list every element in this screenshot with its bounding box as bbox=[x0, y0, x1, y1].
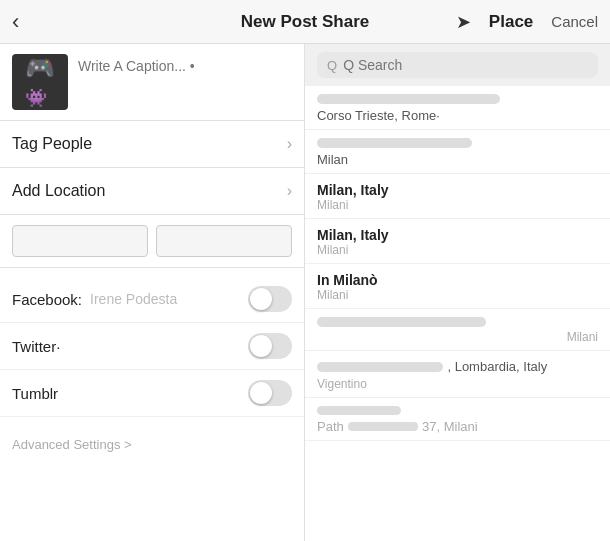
tag-people-chevron: › bbox=[287, 135, 292, 153]
list-item[interactable]: Milan bbox=[305, 130, 610, 174]
location-main-name: In Milanò bbox=[317, 272, 598, 288]
list-item[interactable]: Path 37, Milani bbox=[305, 398, 610, 441]
location-partial: , Lombardia, Italy bbox=[317, 359, 598, 374]
tumblr-toggle[interactable] bbox=[248, 380, 292, 406]
location-subname: Milani bbox=[317, 243, 598, 257]
location-gray-bar bbox=[317, 138, 472, 148]
page-title: New Post Share bbox=[241, 12, 370, 32]
back-icon[interactable]: ‹ bbox=[12, 11, 19, 33]
button-2[interactable] bbox=[156, 225, 292, 257]
add-location-label: Add Location bbox=[12, 182, 105, 200]
location-suffix: , Lombardia, Italy bbox=[447, 359, 547, 374]
list-item[interactable]: In Milanò Milani bbox=[305, 264, 610, 309]
tumblr-row: Tumblr bbox=[0, 370, 304, 417]
place-label: Place bbox=[489, 12, 533, 32]
left-panel: 🎮👾 Tag People › Add Location › Facebook: bbox=[0, 44, 305, 541]
gray-block bbox=[317, 406, 401, 415]
location-name: Milan bbox=[317, 152, 598, 167]
header-right: ➤ Place Cancel bbox=[456, 11, 598, 33]
list-item[interactable]: , Lombardia, Italy Vigentino bbox=[305, 351, 610, 398]
navigation-icon[interactable]: ➤ bbox=[456, 11, 471, 33]
tumblr-label: Tumblr bbox=[12, 385, 58, 402]
caption-input[interactable] bbox=[78, 54, 292, 74]
location-partial bbox=[317, 317, 598, 327]
location-main-name: Milan, Italy bbox=[317, 227, 598, 243]
location-partial: Path 37, Milani bbox=[317, 419, 598, 434]
facebook-left: Facebook: Irene Podesta bbox=[12, 291, 177, 308]
tumblr-toggle-knob bbox=[250, 382, 272, 404]
button-1[interactable] bbox=[12, 225, 148, 257]
advanced-settings-label: Advanced Settings > bbox=[12, 437, 132, 452]
location-subname: Vigentino bbox=[317, 377, 598, 391]
gray-block bbox=[317, 362, 443, 372]
location-main-name: Milan, Italy bbox=[317, 182, 598, 198]
list-item[interactable]: Milan, Italy Milani bbox=[305, 174, 610, 219]
location-subname: Milani bbox=[317, 288, 598, 302]
post-thumbnail: 🎮👾 bbox=[12, 54, 68, 110]
facebook-toggle[interactable] bbox=[248, 286, 292, 312]
path-label: Path bbox=[317, 419, 344, 434]
facebook-user: Irene Podesta bbox=[90, 291, 177, 307]
location-subname: Milani bbox=[317, 198, 598, 212]
list-item[interactable]: Corso Trieste, Rome· bbox=[305, 86, 610, 130]
main-content: 🎮👾 Tag People › Add Location › Facebook: bbox=[0, 44, 610, 541]
gray-block bbox=[317, 317, 486, 327]
facebook-toggle-knob bbox=[250, 288, 272, 310]
tag-people-label: Tag People bbox=[12, 135, 92, 153]
right-panel: Q Corso Trieste, Rome· Milan Milan, Ital… bbox=[305, 44, 610, 541]
add-location-item[interactable]: Add Location › bbox=[0, 168, 304, 215]
search-input-wrap[interactable]: Q bbox=[317, 52, 598, 78]
twitter-row: Twitter· bbox=[0, 323, 304, 370]
search-icon: Q bbox=[327, 58, 337, 73]
gray-block bbox=[348, 422, 418, 431]
tag-people-item[interactable]: Tag People › bbox=[0, 121, 304, 168]
list-item[interactable]: Milani bbox=[305, 309, 610, 351]
add-location-chevron: › bbox=[287, 182, 292, 200]
location-list: Corso Trieste, Rome· Milan Milan, Italy … bbox=[305, 86, 610, 541]
twitter-label: Twitter· bbox=[12, 338, 60, 355]
location-gray-bar bbox=[317, 94, 500, 104]
caption-area: 🎮👾 bbox=[0, 44, 304, 121]
facebook-row: Facebook: Irene Podesta bbox=[0, 276, 304, 323]
header-left: ‹ bbox=[12, 11, 19, 33]
advanced-settings[interactable]: Advanced Settings > bbox=[0, 425, 304, 464]
location-subname: Milani bbox=[317, 330, 598, 344]
list-item[interactable]: Milan, Italy Milani bbox=[305, 219, 610, 264]
location-name: Corso Trieste, Rome· bbox=[317, 108, 598, 123]
app-header: ‹ New Post Share ➤ Place Cancel bbox=[0, 0, 610, 44]
cancel-button[interactable]: Cancel bbox=[551, 13, 598, 30]
location-suffix: 37, Milani bbox=[422, 419, 478, 434]
social-section: Facebook: Irene Podesta Twitter· Tumblr bbox=[0, 268, 304, 425]
twitter-toggle-knob bbox=[250, 335, 272, 357]
search-bar: Q bbox=[305, 44, 610, 86]
twitter-toggle[interactable] bbox=[248, 333, 292, 359]
search-input[interactable] bbox=[343, 57, 588, 73]
facebook-label: Facebook: bbox=[12, 291, 82, 308]
buttons-row bbox=[0, 215, 304, 268]
